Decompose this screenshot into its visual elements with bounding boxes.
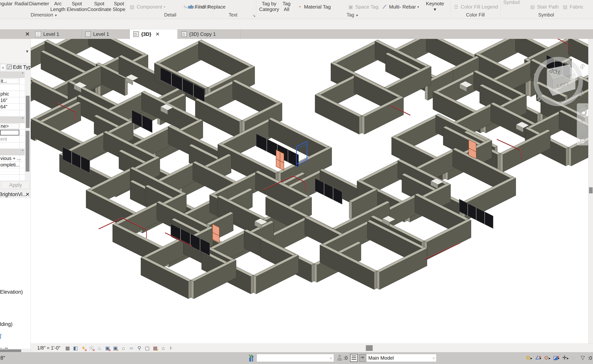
select-elements-by-face-icon[interactable]: ◪✕➤: [552, 354, 560, 362]
project-browser-hscrollbar[interactable]: [0, 349, 31, 352]
workset-selector[interactable]: ∨: [257, 354, 334, 362]
property-value-button[interactable]: it...: [0, 78, 19, 84]
design-options-selector[interactable]: Main Model∨: [366, 354, 436, 362]
highlight-displacement-sets-icon[interactable]: ⌂: [160, 344, 167, 352]
panel-label-tag[interactable]: Tag ▼: [346, 12, 359, 18]
property-section-header[interactable]: ˆˆ: [0, 72, 25, 78]
multi-rebar-button[interactable]: ⟋Multi- Rebar ▾: [381, 3, 419, 11]
select-links-icon[interactable]: ⧉➤: [524, 354, 532, 362]
crop-view-off-icon[interactable]: ▣✕: [104, 344, 111, 352]
spot-elevation-button[interactable]: SpotElevation: [67, 1, 87, 12]
zoom-tool-icon[interactable]: [580, 126, 585, 131]
tag-all-button[interactable]: TagAll: [283, 1, 291, 12]
project-browser-close-icon[interactable]: ✕: [26, 190, 30, 198]
visual-style-icon[interactable]: ◧: [72, 344, 79, 352]
properties-panel-close-icon[interactable]: ✕: [25, 31, 30, 37]
spot-slope-button[interactable]: SpotSlope: [113, 1, 126, 12]
shadows-off-icon[interactable]: ☉✕: [88, 344, 95, 352]
navbar-zoom-dropdown-icon[interactable]: ▾: [582, 135, 583, 138]
toggle-dimmed-icon[interactable]: ◌: [570, 354, 578, 362]
type-selector[interactable]: ▼: [0, 39, 31, 64]
select-pinned-elements-icon[interactable]: ⊙➤: [542, 354, 550, 362]
navbar-wheel-dropdown-icon[interactable]: ▾: [582, 119, 583, 123]
drawing-area[interactable]: TOPLEFTESNW ✕ ▾ ▾: [31, 39, 588, 344]
browser-tree-item[interactable]: Elevation): [0, 289, 23, 295]
design-options-dropdown-icon[interactable]: ∨: [432, 354, 435, 362]
reveal-constraints-icon[interactable]: ⊦: [167, 344, 175, 352]
sun-path-off-icon[interactable]: ☀✕: [80, 344, 87, 352]
radial-button[interactable]: Radial: [14, 1, 28, 6]
filter-icon[interactable]: ▽: [579, 354, 587, 362]
collapse-icon[interactable]: ˆˆ: [22, 149, 23, 155]
diameter-button[interactable]: Diameter: [29, 1, 49, 6]
stair-path-button[interactable]: ▤Stair Path: [529, 3, 559, 11]
show-analytical-model-icon[interactable]: ▩☀: [152, 344, 159, 352]
color-fill-legend-button[interactable]: ☰Color Fill Legend: [453, 3, 498, 11]
apply-button[interactable]: Apply: [1, 181, 30, 189]
find-replace-icon: ab: [187, 4, 193, 10]
temporary-view-properties-icon[interactable]: ▢: [144, 344, 151, 352]
panel-label-text[interactable]: Text: [229, 12, 237, 18]
fabric-button[interactable]: ▧Fabric: [562, 3, 583, 11]
property-row: it...: [0, 78, 25, 84]
panel-label-dimension[interactable]: Dimension ▼: [31, 12, 58, 18]
unlocked-3d-view-icon[interactable]: ⌂: [120, 344, 127, 352]
space-tag-button[interactable]: ▣Space Tag: [348, 3, 378, 11]
tag-by-category-button[interactable]: Tag byCategory: [259, 1, 279, 12]
temporary-hide-isolate-icon[interactable]: ∞: [128, 344, 135, 352]
find-replace-button[interactable]: abFind/ Replace: [187, 3, 226, 11]
panel-label-detail[interactable]: Detail: [164, 12, 176, 18]
view-tab-3[interactable]: {3D}✕: [130, 29, 178, 39]
property-edit-field[interactable]: [0, 130, 19, 135]
properties-value-dropdown[interactable]: ∨: [0, 64, 6, 71]
edit-type-button[interactable]: Edit Type: [7, 64, 31, 70]
view-tab-4[interactable]: {3D} Copy 1: [178, 29, 240, 39]
symbol-button[interactable]: Symbol: [503, 0, 520, 6]
editing-requests-icon[interactable]: [337, 355, 342, 361]
material-tag-icon: ◔: [296, 4, 302, 10]
properties-scrollbar-thumb[interactable]: [26, 131, 29, 172]
3d-model-view: [31, 39, 588, 344]
collapse-icon[interactable]: ˆˆ: [22, 117, 23, 122]
browser-tree-item[interactable]: lding): [0, 321, 13, 327]
property-section-header[interactable]: ˆˆ: [0, 149, 25, 155]
angular-button[interactable]: ngular: [0, 1, 13, 6]
reveal-hidden-elements-icon[interactable]: ⚲: [136, 344, 143, 352]
type-selector-dropdown-icon[interactable]: ▼: [25, 49, 29, 54]
canvas-horizontal-scrollbar-thumb[interactable]: [366, 345, 373, 351]
collapse-icon[interactable]: ˆˆ: [22, 72, 23, 77]
keynote-button[interactable]: Keynote▾: [426, 1, 444, 12]
project-browser-tree: Elevation)lding)ʃ(all)edule Sheet: [0, 198, 31, 352]
panel-label-color-fill[interactable]: Color Fill: [466, 12, 485, 18]
project-browser-scrollbar-thumb[interactable]: [26, 96, 30, 128]
navigation-bar[interactable]: ✕ ▾ ▾: [577, 103, 588, 145]
view-tab-2[interactable]: Level 1: [82, 29, 130, 39]
navbar-close-icon[interactable]: ✕: [585, 104, 587, 108]
browser-tree-item[interactable]: ʃ: [0, 333, 1, 339]
panel-label-symbol[interactable]: Symbol: [538, 12, 554, 18]
scale-detail-level-icon[interactable]: ▦: [64, 344, 71, 352]
view-scale[interactable]: 1/8" = 1'-0": [37, 345, 60, 351]
steering-wheel-icon[interactable]: [579, 108, 587, 116]
workset-dropdown-icon[interactable]: ∨: [329, 356, 332, 360]
property-value-button[interactable]: ne>: [0, 124, 19, 129]
property-section-header[interactable]: ˆˆ: [0, 117, 25, 123]
pan-tool-icon[interactable]: [580, 139, 585, 144]
worksets-icon[interactable]: [248, 354, 254, 363]
viewcube[interactable]: TOPLEFTESNW: [529, 53, 588, 110]
drag-elements-on-selection-icon[interactable]: ✛➤: [560, 354, 568, 362]
panel-launcher-icon[interactable]: ↘: [252, 13, 256, 18]
tab-close-icon[interactable]: ✕: [155, 31, 160, 37]
component-button[interactable]: ▨Component ▾: [129, 3, 165, 11]
spot-coordinate-button[interactable]: SpotCoordinate: [87, 1, 111, 12]
show-rendering-dialog-icon[interactable]: ♨: [96, 344, 103, 352]
canvas-vertical-scrollbar[interactable]: [588, 39, 593, 344]
select-underlay-elements-icon[interactable]: ∠✕➤: [533, 354, 541, 362]
show-crop-region-icon[interactable]: ▣☀: [112, 344, 119, 352]
relinquish-icon[interactable]: [359, 354, 367, 362]
component-icon: ▨: [129, 4, 135, 10]
material-tag-button[interactable]: ◔Material Tag: [296, 3, 331, 11]
view-tab-1[interactable]: Level 1: [32, 29, 82, 39]
arc-length-button[interactable]: ArcLength: [50, 1, 66, 12]
worksharing-display-icon[interactable]: [350, 354, 358, 362]
